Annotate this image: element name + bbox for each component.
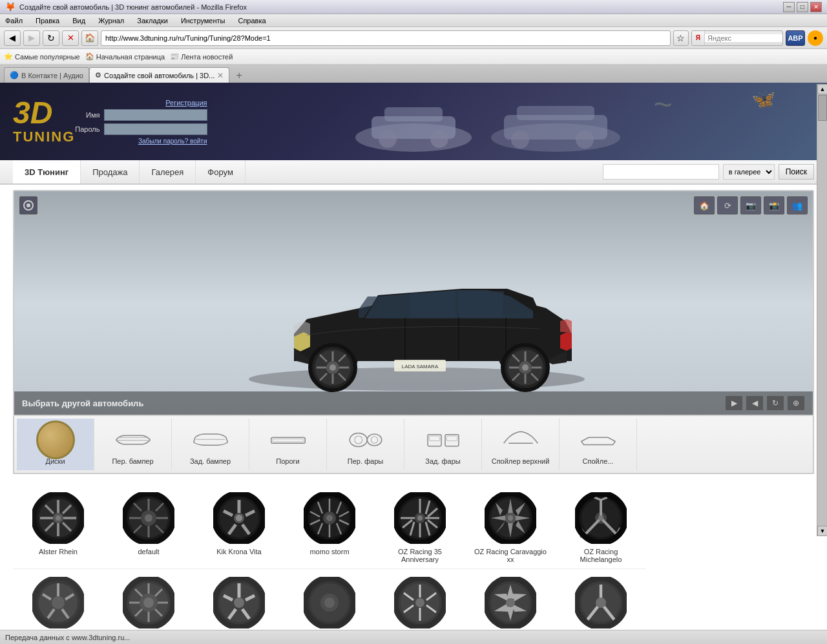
menu-edit[interactable]: Правка (33, 16, 62, 25)
new-tab-button[interactable]: + (232, 68, 246, 83)
sills-icon (266, 424, 311, 456)
tabs-bar: 🔵 В Контакте | Аудио ⚙ Создайте свой авт… (0, 65, 827, 83)
password-label: Пароль (75, 125, 99, 133)
addon-icon[interactable]: ● (808, 30, 823, 46)
wheel-label-4: OZ Racing 35 Anniversary (381, 548, 459, 563)
maximize-button[interactable]: □ (797, 2, 808, 12)
search-field[interactable] (603, 164, 719, 180)
nav-tab-3dtuning[interactable]: 3D Тюнинг (13, 160, 81, 183)
part-disks[interactable]: Диски (17, 419, 94, 470)
part-rear-lights[interactable]: Зад. фары (404, 419, 482, 470)
viewer-bottom-bar: Выбрать другой автомобиль ▶ ◀ ↻ ⊕ (14, 391, 813, 415)
svg-point-72 (145, 514, 152, 522)
logo-3d: 3D (13, 98, 52, 129)
star-button[interactable]: ☆ (673, 30, 689, 46)
tab-3dtuning[interactable]: ⚙ Создайте свой автомобиль | 3D... ✕ (89, 67, 229, 83)
disk-icon (33, 424, 78, 456)
spoiler-other-label: Спойле... (583, 457, 614, 465)
spoiler-top-icon (498, 424, 543, 456)
main-area: 🏠 ⟳ 📷 📸 👥 (13, 190, 814, 644)
front-bumper-label: Пер. бампер (112, 457, 153, 465)
tab-icon-3d: ⚙ (95, 71, 101, 79)
minimize-button[interactable]: ─ (783, 2, 795, 12)
scroll-thumb[interactable] (818, 95, 827, 121)
tab-close-button[interactable]: ✕ (217, 71, 224, 80)
header-butterfly: 🦋 (751, 88, 775, 110)
svg-point-106 (326, 515, 333, 521)
svg-point-161 (143, 597, 154, 608)
close-button[interactable]: ✕ (810, 2, 822, 12)
back-button[interactable]: ◀ (4, 30, 21, 46)
viewer-prev-button[interactable]: ◀ (746, 395, 764, 411)
wheel-row2-1[interactable] (103, 569, 194, 638)
wheel-row2-4[interactable] (375, 569, 465, 638)
forward-button[interactable]: ▶ (23, 30, 40, 46)
svg-point-121 (417, 515, 423, 521)
wheel-momo-storm[interactable]: momo storm (284, 484, 375, 569)
menu-bookmarks[interactable]: Закладки (134, 16, 171, 25)
wheel-oz35[interactable]: OZ Racing 35 Anniversary (375, 484, 465, 569)
title-bar: 🦊 Создайте свой автомобиль | 3D тюнинг а… (0, 0, 827, 14)
menu-tools[interactable]: Инструменты (178, 16, 228, 25)
wheel-row2-6[interactable] (556, 569, 646, 638)
menu-history[interactable]: Журнал (96, 16, 127, 25)
scroll-down-button[interactable]: ▼ (817, 526, 827, 536)
select-car-link[interactable]: Выбрать другой автомобиль (22, 399, 143, 408)
bookmark-popular[interactable]: ⭐ Самые популярные (4, 52, 80, 61)
nav-tab-gallery[interactable]: Галерея (140, 160, 196, 183)
viewer-zoom-button[interactable]: ⊕ (787, 395, 805, 411)
viewer-next-button[interactable]: ↻ (766, 395, 784, 411)
wheel-oz-michelangelo[interactable]: OZ Racing Michelangelo (556, 484, 646, 569)
search-button[interactable]: Поиск (779, 164, 814, 180)
nav-tab-forum[interactable]: Форум (196, 160, 246, 183)
wheel-alster-rhein[interactable]: Alster Rhein (13, 484, 103, 569)
forgot-link[interactable]: Забыли пароль? войти (138, 138, 207, 145)
search-container: Я (691, 30, 783, 46)
home-button[interactable]: 🏠 (81, 30, 98, 46)
bookmark-home[interactable]: 🏠 Начальная страница (85, 52, 165, 61)
tab-icon-vk: 🔵 (10, 71, 19, 79)
menu-view[interactable]: Вид (70, 16, 88, 25)
wheel-row2-0[interactable] (13, 569, 103, 638)
search-input[interactable] (705, 34, 782, 42)
part-sills[interactable]: Пороги (249, 419, 327, 470)
part-spoiler-top[interactable]: Спойлер верхний (482, 419, 560, 470)
address-input[interactable] (105, 34, 666, 42)
nav-tab-sales[interactable]: Продажа (81, 160, 140, 183)
stop-button[interactable]: ✕ (62, 30, 79, 46)
wheel-row2-5[interactable] (465, 569, 556, 638)
part-front-lights[interactable]: Пер. фары (327, 419, 404, 470)
viewer-play-button[interactable]: ▶ (725, 395, 743, 411)
wheel-default[interactable]: default (103, 484, 194, 569)
part-front-bumper[interactable]: Пер. бампер (94, 419, 172, 470)
part-spoiler-other[interactable]: Спойле... (560, 419, 637, 470)
password-input[interactable] (104, 123, 207, 135)
front-lights-icon (343, 424, 388, 456)
name-label: Имя (86, 111, 99, 119)
site-header: ~ 🦋 3D TUNING Регистрация Имя Пароль (0, 83, 827, 160)
auth-bottom: Забыли пароль? войти (138, 138, 207, 145)
nav-search: в галерее Поиск (603, 164, 814, 180)
scroll-up-button[interactable]: ▲ (817, 84, 827, 94)
wheel-kik-krona[interactable]: Kik Krona Vita (194, 484, 284, 569)
abp-button[interactable]: ABP (786, 30, 805, 46)
svg-text:LADA SAMARA: LADA SAMARA (402, 364, 439, 369)
menu-file[interactable]: Файл (3, 16, 25, 25)
part-rear-bumper[interactable]: Зад. бампер (172, 419, 249, 470)
wheel-row2-2[interactable] (194, 569, 284, 638)
register-link[interactable]: Регистрация (165, 99, 207, 107)
refresh-button[interactable]: ↻ (43, 30, 59, 46)
parts-bar: Диски Пер. бампер (13, 416, 814, 474)
menu-help[interactable]: Справка (235, 16, 268, 25)
svg-point-140 (598, 515, 603, 521)
search-engine-label: Я (692, 31, 705, 45)
search-scope-select[interactable]: в галерее (723, 164, 775, 180)
tab-vkontakte[interactable]: 🔵 В Контакте | Аудио (4, 67, 89, 83)
name-input[interactable] (104, 109, 207, 121)
wheel-oz-caravaggio[interactable]: OZ Racing Caravaggio xx (465, 484, 556, 569)
wheel-row2-3[interactable] (284, 569, 375, 638)
bookmark-news[interactable]: 📰 Лента новостей (170, 52, 233, 61)
site-content: ~ 🦋 3D TUNING Регистрация Имя Пароль (0, 83, 827, 644)
svg-point-171 (234, 597, 244, 608)
name-row: Имя (86, 109, 207, 121)
